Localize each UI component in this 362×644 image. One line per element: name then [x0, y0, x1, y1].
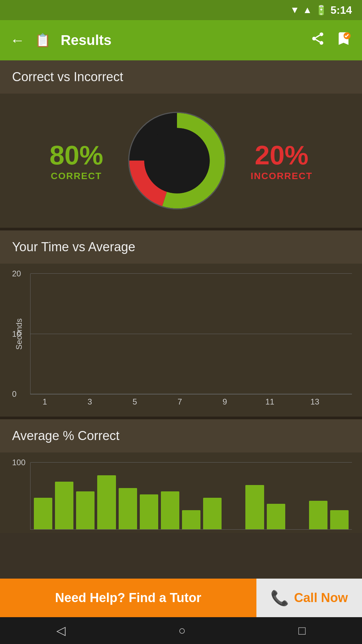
time-chart-section: Seconds 20 10 0 135791113 — [0, 264, 362, 417]
svg-line-4 — [316, 35, 320, 38]
correct-vs-incorrect-header: Correct vs Incorrect — [0, 60, 362, 94]
x-label-pos-12: 13 — [304, 394, 326, 407]
wifi-icon: ▼ — [290, 5, 300, 15]
back-button[interactable]: ← — [10, 32, 25, 49]
avg-grid-label-100: 100 — [12, 458, 25, 467]
x-label-pos-1 — [56, 394, 78, 407]
toolbar-actions — [310, 30, 352, 50]
incorrect-text: INCORRECT — [251, 171, 312, 181]
grid-label-20: 20 — [12, 269, 21, 278]
x-label-pos-10: 11 — [258, 394, 281, 407]
call-now-text: Call Now — [294, 591, 348, 605]
bars-container — [31, 277, 352, 394]
phone-icon: 📞 — [270, 589, 289, 607]
x-label-pos-7 — [191, 394, 214, 407]
signal-icon: ▲ — [303, 5, 312, 15]
avg-bar-7 — [182, 510, 200, 529]
avg-bar-11 — [267, 504, 285, 529]
avg-bar-6 — [161, 491, 179, 529]
find-tutor-text: Need Help? Find a Tutor — [55, 591, 201, 605]
separator-1 — [0, 228, 362, 230]
x-label-pos-6: 7 — [169, 394, 191, 407]
grid-line-top: 20 — [31, 273, 352, 274]
x-label-pos-0: 1 — [34, 394, 56, 407]
status-bar: ▼ ▲ 🔋 5:14 — [0, 0, 362, 20]
svg-point-1 — [312, 37, 316, 41]
x-label-pos-3 — [101, 394, 123, 407]
x-labels: 135791113 — [30, 394, 352, 407]
x-label-pos-11 — [281, 394, 304, 407]
svg-line-3 — [316, 40, 320, 42]
avg-correct-title: Average % Correct — [12, 429, 119, 443]
avg-bars-container — [31, 466, 352, 529]
donut-chart — [123, 107, 231, 214]
avg-bar-10 — [245, 485, 264, 529]
avg-bar-5 — [140, 494, 158, 529]
find-tutor-button[interactable]: Need Help? Find a Tutor — [0, 579, 256, 617]
x-label-pos-4: 5 — [124, 394, 146, 407]
status-icons: ▼ ▲ 🔋 5:14 — [290, 4, 352, 16]
doc-icon: 📋 — [35, 33, 51, 48]
bookmark-button[interactable] — [335, 30, 352, 50]
avg-bar-2 — [76, 491, 95, 529]
avg-bar-3 — [97, 475, 116, 529]
correct-percent: 80% — [50, 140, 103, 171]
avg-bar-8 — [203, 498, 222, 530]
bottom-banner: Need Help? Find a Tutor 📞 Call Now — [0, 579, 362, 617]
donut-chart-section: 80% CORRECT 20% INCORRECT — [0, 94, 362, 228]
x-label-pos-5 — [146, 394, 169, 407]
x-label-pos-13 — [326, 394, 349, 407]
svg-point-2 — [320, 41, 323, 45]
avg-bar-14 — [330, 510, 349, 529]
avg-grid-top: 100 — [31, 462, 352, 463]
svg-point-9 — [144, 128, 209, 193]
time-chart-area: Seconds 20 10 0 — [10, 274, 352, 394]
correct-label: 80% CORRECT — [50, 140, 103, 181]
avg-chart-inner: 100 — [30, 463, 352, 530]
nav-recents-button[interactable]: □ — [298, 624, 306, 638]
x-label-pos-9 — [236, 394, 258, 407]
correct-vs-incorrect-title: Correct vs Incorrect — [12, 70, 123, 84]
share-button[interactable] — [310, 31, 325, 49]
grid-label-10: 10 — [12, 329, 21, 339]
x-label-pos-8: 9 — [214, 394, 236, 407]
nav-home-button[interactable]: ○ — [178, 624, 186, 638]
battery-icon: 🔋 — [315, 5, 327, 16]
avg-bar-1 — [55, 482, 73, 529]
time-vs-average-header: Your Time vs Average — [0, 230, 362, 264]
avg-chart-section: 100 — [0, 452, 362, 533]
status-time: 5:14 — [330, 4, 352, 16]
separator-2 — [0, 417, 362, 419]
avg-chart-area: 100 — [10, 463, 352, 530]
avg-bar-4 — [119, 488, 137, 529]
svg-point-0 — [320, 33, 323, 36]
correct-text: CORRECT — [50, 171, 103, 181]
toolbar: ← 📋 Results — [0, 20, 362, 60]
avg-correct-header: Average % Correct — [0, 419, 362, 452]
chart-inner: 20 10 0 — [30, 274, 352, 394]
time-vs-average-title: Your Time vs Average — [12, 240, 135, 254]
incorrect-percent: 20% — [251, 140, 312, 171]
x-label-pos-2: 3 — [78, 394, 101, 407]
nav-bar: ◁ ○ □ — [0, 617, 362, 644]
grid-label-0: 0 — [12, 389, 16, 399]
nav-back-button[interactable]: ◁ — [56, 624, 66, 638]
incorrect-label: 20% INCORRECT — [251, 140, 312, 181]
page-title: Results — [61, 32, 300, 48]
call-now-button[interactable]: 📞 Call Now — [256, 579, 362, 617]
avg-bar-0 — [34, 498, 52, 530]
avg-bar-13 — [309, 501, 327, 529]
